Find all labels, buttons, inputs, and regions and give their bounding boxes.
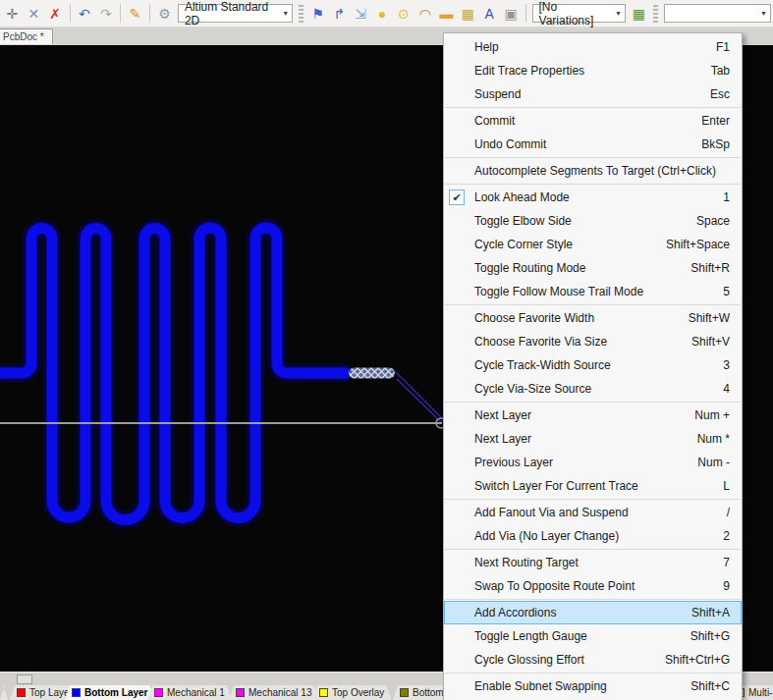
menu-item-cycle-track-width-source[interactable]: Cycle Track-Width Source3 — [444, 353, 742, 377]
preferences-icon[interactable]: ⚙ — [154, 4, 175, 24]
menu-item-add-fanout-via-and-suspend[interactable]: Add Fanout Via and Suspend/ — [444, 501, 742, 524]
menu-separator — [445, 304, 741, 305]
toolbar-drag-handle[interactable] — [299, 5, 304, 23]
layer-color-swatch — [319, 688, 328, 697]
menu-item-next-layer[interactable]: Next LayerNum + — [444, 404, 742, 427]
menu-item-shortcut: Shift+R — [690, 261, 730, 275]
menu-separator — [445, 402, 741, 403]
checkmark-icon: ✔ — [449, 189, 465, 205]
routing-context-menu: HelpF1Edit Trace PropertiesTabSuspendEsc… — [443, 32, 743, 700]
menu-item-label: Swap To Opposite Route Point — [474, 579, 635, 593]
layer-tab-mechanical-13[interactable]: Mechanical 13 — [229, 685, 318, 700]
menu-item-enable-subnet-swapping[interactable]: Enable Subnet SwappingShift+C — [444, 674, 742, 698]
menu-item-look-ahead-mode[interactable]: ✔Look Ahead Mode1 — [444, 186, 742, 209]
menu-item-suspend[interactable]: SuspendEsc — [444, 82, 742, 106]
menu-item-toggle-routing-mode[interactable]: Toggle Routing ModeShift+R — [444, 256, 742, 280]
menu-item-shortcut: Shift+Space — [666, 238, 730, 251]
menu-item-label: Commit — [474, 114, 515, 128]
menu-item-label: Toggle Elbow Side — [474, 214, 572, 228]
view-configuration-dropdown[interactable]: Altium Standard 2D▼ — [178, 4, 293, 23]
menu-item-next-layer[interactable]: Next LayerNum * — [444, 427, 742, 451]
menu-item-choose-favorite-via-size[interactable]: Choose Favorite Via SizeShift+V — [444, 330, 742, 353]
menu-item-shortcut: Enter — [701, 114, 730, 128]
interactive-routing-icon[interactable]: ⚑ — [307, 4, 328, 24]
menu-item-shortcut: Esc — [710, 87, 730, 101]
menu-item-shortcut: Num * — [697, 432, 730, 446]
menu-item-label: Choose Favorite Via Size — [474, 335, 607, 349]
menu-item-label: Toggle Follow Mouse Trail Mode — [474, 285, 643, 298]
menu-item-toggle-follow-mouse-trail-mode[interactable]: Toggle Follow Mouse Trail Mode5 — [444, 280, 742, 303]
menu-item-swap-to-opposite-route-point[interactable]: Swap To Opposite Route Point9 — [444, 574, 742, 598]
chevron-down-icon: ▼ — [760, 10, 767, 17]
polygon-pour-icon[interactable]: ▦ — [458, 4, 478, 24]
variant-component-icon[interactable]: ▦ — [629, 4, 649, 24]
cursor-cross-icon[interactable]: ✛ — [2, 4, 23, 24]
menu-item-switch-layer-for-current-trace[interactable]: Switch Layer For Current TraceL — [444, 474, 742, 498]
undo-icon[interactable]: ↶ — [75, 4, 95, 24]
toolbar-drag-handle[interactable] — [653, 5, 658, 23]
menu-item-add-via-no-layer-change[interactable]: Add Via (No Layer Change)2 — [444, 524, 742, 548]
menu-item-undo-commit[interactable]: Undo CommitBkSp — [444, 133, 742, 156]
menu-item-cycle-via-size-source[interactable]: Cycle Via-Size Source4 — [444, 377, 742, 401]
menu-item-label: Next Layer — [474, 408, 531, 422]
menu-item-shortcut: Num - — [697, 456, 730, 469]
string-icon[interactable]: A — [479, 4, 500, 24]
uncommitted-track-segment — [349, 368, 395, 379]
menu-item-shortcut: 5 — [723, 285, 730, 298]
menu-item-cycle-glossing-effort[interactable]: Cycle Glossing EffortShift+Ctrl+G — [444, 648, 742, 672]
menu-item-add-accordions[interactable]: Add AccordionsShift+A — [444, 601, 742, 624]
menu-separator — [445, 107, 741, 108]
wand-icon[interactable]: ✎ — [125, 4, 145, 24]
main-toolbar: ✛✕✗↶↷✎⚙Altium Standard 2D▼⚑↱⇲●⊙◠▬▦A▣[No … — [0, 0, 773, 27]
layer-tab-top-overlay[interactable]: Top Overlay — [312, 685, 391, 700]
fill-icon[interactable]: ▬ — [436, 4, 457, 24]
menu-separator — [445, 599, 741, 600]
layer-tab-label: Mechanical 13 — [248, 687, 311, 698]
layer-color-swatch — [72, 688, 81, 697]
menu-item-shortcut: 3 — [723, 358, 730, 372]
menu-item-shortcut: Space — [696, 214, 730, 228]
lookahead-line — [394, 370, 441, 417]
document-tab[interactable]: PcbDoc * — [0, 28, 53, 44]
menu-item-label: Add Accordions — [474, 606, 556, 619]
menu-item-edit-trace-properties[interactable]: Edit Trace PropertiesTab — [444, 59, 742, 82]
menu-item-label: Toggle Routing Mode — [474, 261, 585, 275]
menu-item-next-routing-target[interactable]: Next Routing Target7 — [444, 551, 742, 574]
layer-tab-stub[interactable] — [0, 685, 8, 700]
menu-separator — [445, 673, 741, 673]
menu-separator — [445, 184, 741, 185]
component-icon[interactable]: ▣ — [501, 4, 522, 24]
menu-item-choose-favorite-width[interactable]: Choose Favorite WidthShift+W — [444, 306, 742, 330]
route-arrow-icon[interactable]: ↱ — [329, 4, 350, 24]
differential-pair-routing-icon[interactable]: ⇲ — [351, 4, 371, 24]
layer-color-swatch — [236, 688, 245, 697]
menu-item-toggle-length-gauge[interactable]: Toggle Length GaugeShift+G — [444, 624, 742, 648]
menu-item-shortcut: Shift+Ctrl+G — [665, 653, 730, 667]
menu-item-label: Suspend — [474, 87, 521, 101]
menu-item-shortcut: Shift+C — [690, 679, 730, 693]
break-connection-icon[interactable]: ✕ — [24, 4, 44, 24]
menu-item-toggle-elbow-side[interactable]: Toggle Elbow SideSpace — [444, 209, 742, 233]
layer-tab-label: Mechanical 1 — [167, 687, 225, 698]
menu-item-shortcut: Shift+W — [689, 311, 730, 325]
redo-icon[interactable]: ↷ — [95, 4, 116, 24]
menu-item-commit[interactable]: CommitEnter — [444, 109, 742, 133]
menu-item-label: Next Layer — [474, 432, 531, 446]
menu-item-help[interactable]: HelpF1 — [444, 35, 742, 59]
serpentine-trace — [0, 228, 349, 520]
layer-tab-bottom-layer[interactable]: Bottom Layer — [65, 685, 154, 700]
pad-icon[interactable]: ● — [372, 4, 393, 24]
via-icon[interactable]: ⊙ — [393, 4, 414, 24]
menu-item-label: Cycle Corner Style — [474, 238, 573, 251]
layer-tab-mechanical-1[interactable]: Mechanical 1 — [147, 685, 232, 700]
menu-item-autocomplete-segments-to-target-ctrl-click[interactable]: Autocomplete Segments To Target (Ctrl+Cl… — [444, 159, 742, 183]
extra-dropdown[interactable]: ▼ — [664, 4, 771, 23]
scrollbar-thumb[interactable] — [17, 674, 32, 684]
menu-item-previous-layer[interactable]: Previous LayerNum - — [444, 451, 742, 474]
cross-probe-icon[interactable]: ✗ — [45, 4, 66, 24]
menu-item-shortcut: Num + — [694, 408, 730, 422]
menu-item-cycle-corner-style[interactable]: Cycle Corner StyleShift+Space — [444, 233, 742, 256]
arc-icon[interactable]: ◠ — [414, 4, 435, 24]
variations-dropdown[interactable]: [No Variations]▼ — [532, 4, 626, 23]
toolbar-separator — [70, 4, 71, 23]
